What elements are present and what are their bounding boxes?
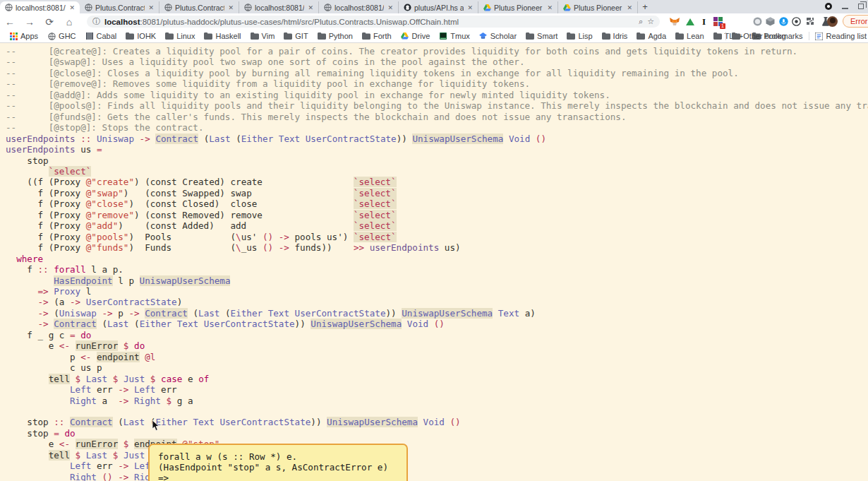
browser-tab[interactable]: Plutus Pioneer Progr✕ <box>478 1 558 13</box>
code-token[interactable]: UniswapUserSchema <box>402 308 493 319</box>
bookmark-item[interactable]: Lisp <box>567 32 592 40</box>
bookmark-item[interactable]: Idris <box>602 32 628 40</box>
globe-icon <box>4 4 13 12</box>
bookmark-label: Tmux <box>450 32 470 40</box>
code-token: UserContractState <box>295 308 386 319</box>
code-token[interactable]: tell <box>49 374 70 384</box>
browser-menu-icon[interactable]: ⋮ <box>865 16 868 26</box>
code-token[interactable]: UniswapUserSchema <box>327 417 418 427</box>
bookmark-item[interactable]: Smart <box>526 32 557 40</box>
tab-close-icon[interactable]: ✕ <box>307 4 314 11</box>
code-token[interactable]: `select` <box>354 177 397 187</box>
grid-badge-extension-icon[interactable]: 1 <box>711 15 725 28</box>
tab-close-icon[interactable]: ✕ <box>546 4 553 11</box>
cube-extension-icon[interactable] <box>764 15 777 28</box>
bookmark-item[interactable]: Cabal <box>85 32 117 40</box>
bookmark-item[interactable]: GHC <box>47 32 76 40</box>
browser-tab[interactable]: localhost:8081/plutu✕ <box>0 1 80 13</box>
back-button[interactable]: ← <box>0 15 20 29</box>
code-token: case <box>161 374 182 384</box>
address-bar[interactable]: ⓘ localhost:8081/plutus-haddock/plutus-u… <box>87 16 660 28</box>
grey-circle-extension-icon[interactable] <box>751 15 764 28</box>
code-token: Either <box>231 308 263 319</box>
code-token[interactable]: UniswapUserSchema <box>412 133 503 144</box>
tab-title: localhost:8081/plutu <box>334 4 384 12</box>
profile-avatar[interactable] <box>827 16 838 27</box>
browser-tab[interactable]: Plutus Pioneer Progr✕ <box>558 1 638 13</box>
browser-tab[interactable]: Plutus.Contracts.Uni✕ <box>159 1 239 13</box>
code-token[interactable]: Contract <box>155 133 198 144</box>
code-token <box>97 308 102 319</box>
code-token: -> <box>279 242 289 253</box>
minimize-button[interactable] <box>842 8 848 9</box>
bookmark-item[interactable]: GIT <box>284 32 308 40</box>
code-token[interactable]: `select` <box>354 210 397 220</box>
tab-close-icon[interactable]: ✕ <box>626 4 633 11</box>
tab-close-icon[interactable]: ✕ <box>387 4 394 11</box>
bookmark-item[interactable]: Python <box>318 32 353 40</box>
tab-title: plutus/API.hs at mas <box>414 4 464 12</box>
code-token: => <box>38 286 49 297</box>
browser-tab[interactable]: localhost:8081/plutu✕ <box>239 1 319 13</box>
tab-close-icon[interactable]: ✕ <box>68 4 76 11</box>
browser-tab[interactable]: localhost:8081/plutu✕ <box>319 1 399 13</box>
code-token[interactable]: `select` <box>354 188 397 198</box>
circle-a-extension-icon[interactable] <box>790 15 803 28</box>
record-indicator-icon <box>825 3 832 10</box>
tab-close-icon[interactable]: ✕ <box>466 4 474 11</box>
code-token[interactable]: endpoint <box>97 352 140 362</box>
bookmark-item[interactable]: Tmux <box>439 32 470 40</box>
bookmark-item[interactable]: IOHK <box>126 32 156 40</box>
code-token[interactable]: `select` <box>354 198 397 209</box>
bookmark-item[interactable]: Lean <box>675 32 704 40</box>
code-token[interactable]: runError <box>76 340 119 351</box>
reading-list-button[interactable]: Reading list <box>815 32 867 40</box>
page-info-icon[interactable]: ⓘ <box>92 16 100 27</box>
bookmark-star-icon[interactable]: ☆ <box>647 17 654 26</box>
bookmark-item[interactable]: Haskell <box>204 32 241 40</box>
bookmark-item[interactable]: Apps <box>9 32 38 40</box>
metamask-extension-icon[interactable] <box>668 15 681 28</box>
bookmark-label: Agda <box>648 32 666 40</box>
code-token[interactable]: `select` <box>49 166 92 177</box>
bookmark-item[interactable]: Linux <box>165 32 195 40</box>
bookmark-item[interactable]: Drive <box>401 32 430 40</box>
code-token[interactable]: Contract <box>70 417 113 427</box>
code-token[interactable]: `select` <box>354 220 397 231</box>
puzzle-extension-icon[interactable] <box>803 15 816 28</box>
tab-close-icon[interactable]: ✕ <box>227 4 234 11</box>
code-token[interactable]: UniswapUserSchema <box>311 319 402 329</box>
tab-close-icon[interactable]: ✕ <box>147 4 155 11</box>
code-token[interactable]: `select` <box>354 232 397 242</box>
home-button[interactable]: ⌂ <box>59 15 79 29</box>
green-tri-extension-icon[interactable] <box>683 15 697 28</box>
browser-tab[interactable]: plutus/API.hs at mas✕ <box>399 1 478 13</box>
bookmark-item[interactable]: Agda <box>637 32 666 40</box>
zoom-icon[interactable]: ⌕ <box>639 17 643 26</box>
reload-button[interactable]: ⟳ <box>40 15 59 29</box>
code-token[interactable]: Contract <box>54 319 97 329</box>
bookmark-item[interactable]: Forth <box>362 32 392 40</box>
other-bookmarks-button[interactable]: Other bookmarks <box>732 32 802 40</box>
blue-circle-extension-icon[interactable] <box>777 15 790 28</box>
url-text[interactable]: localhost:8081/plutus-haddock/plutus-use… <box>104 18 634 26</box>
new-tab-button[interactable]: + <box>638 1 652 13</box>
bookmarks-overflow-icon[interactable]: » <box>716 32 720 40</box>
code-token[interactable]: HasEndpoint <box>54 275 112 286</box>
code-token: ) Pools ( <box>128 232 236 242</box>
code-token[interactable]: Contract <box>145 308 188 319</box>
bookmark-item[interactable]: Vim <box>251 32 275 40</box>
code-token: -> <box>118 472 128 481</box>
bookmark-item[interactable]: Scholar <box>479 32 517 40</box>
code-token: funds)) <box>289 242 354 253</box>
reading-list-icon <box>815 32 824 40</box>
code-token[interactable]: UniswapUserSchema <box>140 275 231 286</box>
restore-button[interactable] <box>858 4 864 9</box>
code-token[interactable]: runError <box>76 439 119 449</box>
forward-button[interactable]: → <box>20 15 40 29</box>
code-token[interactable]: tell <box>49 450 70 461</box>
code-token <box>6 166 49 177</box>
error-button[interactable]: Error <box>843 15 868 28</box>
letter-i-extension-icon[interactable]: I <box>697 15 711 28</box>
browser-tab[interactable]: Plutus.Contracts.Uni✕ <box>80 1 159 13</box>
